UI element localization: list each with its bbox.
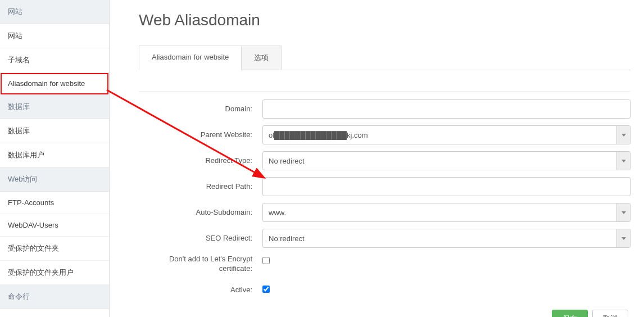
active-label: Active: [139,286,262,295]
save-button[interactable]: 保存 [552,310,588,317]
auto-subdomain-value: www. [269,209,286,217]
sidebar-item[interactable]: 网站 [0,24,109,48]
seo-redirect-select[interactable]: No redirect [262,229,631,248]
main-content: Web Aliasdomain Aliasdomain for website选… [110,0,644,317]
lets-encrypt-checkbox[interactable] [262,257,270,264]
redirect-type-label: Redirect Type: [139,156,262,166]
lets-encrypt-label: Don't add to Let's Encrypt certificate: [139,255,262,274]
redirect-type-select[interactable]: No redirect [262,151,631,170]
sidebar: 网站网站子域名Aliasdomain for website数据库数据库数据库用… [0,0,110,317]
sidebar-item[interactable]: FTP-Accounts [0,192,109,214]
auto-subdomain-label: Auto-Subdomain: [139,208,262,218]
chevron-down-icon [616,126,630,144]
page-title: Web Aliasdomain [139,0,631,45]
chevron-down-icon [616,229,630,247]
parent-website-value: ol██████████████kj.com [269,131,368,139]
tab[interactable]: 选项 [241,46,282,70]
redirect-path-label: Redirect Path: [139,182,262,192]
sidebar-item[interactable]: 子域名 [0,48,109,73]
chevron-down-icon [616,152,630,170]
panel-spacer [139,70,631,92]
form: Domain: Parent Website: ol██████████████… [139,99,631,300]
sidebar-item[interactable]: Shell-User [0,309,109,317]
sidebar-group-header: Web访问 [0,167,109,192]
sidebar-item[interactable]: 受保护的文件夹用户 [0,261,109,285]
sidebar-group-header: 数据库 [0,95,109,119]
chevron-down-icon [616,203,630,221]
tabs: Aliasdomain for website选项 [139,45,631,70]
parent-website-select[interactable]: ol██████████████kj.com [262,125,631,144]
tab[interactable]: Aliasdomain for website [139,46,242,70]
sidebar-group-header: 网站 [0,0,109,24]
redirect-type-value: No redirect [269,157,305,165]
sidebar-item[interactable]: 受保护的文件夹 [0,237,109,261]
sidebar-item[interactable]: 数据库用户 [0,143,109,167]
domain-label: Domain: [139,105,262,114]
auto-subdomain-select[interactable]: www. [262,203,631,222]
cancel-button[interactable]: 取消 [592,310,628,317]
active-checkbox[interactable] [262,286,270,293]
sidebar-item[interactable]: 数据库 [0,119,109,143]
seo-redirect-label: SEO Redirect: [139,234,262,243]
sidebar-group-header: 命令行 [0,285,109,309]
button-row: 保存 取消 [139,310,631,317]
parent-website-label: Parent Website: [139,130,262,140]
sidebar-item[interactable]: Aliasdomain for website [0,73,109,95]
seo-redirect-value: No redirect [269,234,305,243]
sidebar-item[interactable]: WebDAV-Users [0,214,109,237]
domain-input[interactable] [262,99,631,119]
redirect-path-input[interactable] [262,177,631,196]
